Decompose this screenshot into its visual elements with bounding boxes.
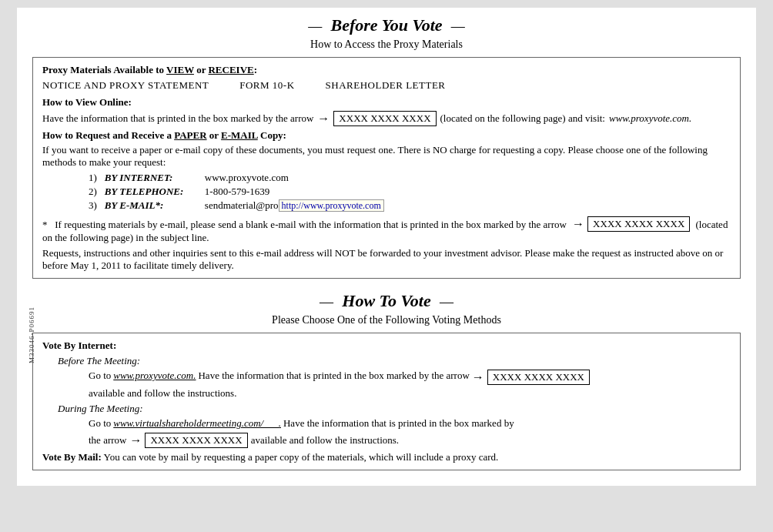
page-wrapper: M33046-P06691 — Before You Vote — How to…	[17, 8, 756, 486]
view-url: www.proxyvote.com.	[609, 112, 691, 125]
method-internet: 1) BY INTERNET: www.proxyvote.com	[89, 172, 731, 184]
section1-title-area: — Before You Vote —	[32, 15, 741, 35]
view-online-line: Have the information that is printed in …	[42, 111, 731, 126]
section2-title-area: — How To Vote —	[32, 291, 741, 311]
view-text: VIEW	[166, 64, 194, 75]
view-text2: (located on the following page) and visi…	[440, 112, 605, 125]
receive-text: RECEIVE	[208, 64, 253, 75]
right-arrow-icon: →	[317, 112, 330, 125]
footnote-code-box: XXXX XXXX XXXX	[587, 216, 690, 232]
method-num-3: 3)	[89, 199, 97, 212]
footnote-arrow-icon: →	[572, 217, 584, 231]
section1-subtitle: How to Access the Proxy Materials	[32, 38, 741, 51]
before-meeting-label: Before The Meeting:	[58, 355, 731, 367]
go-to-text2: Have the information that is printed in …	[283, 417, 514, 430]
go-to-label1: Go to	[89, 370, 111, 382]
view-code-box: XXXX XXXX XXXX	[333, 111, 436, 126]
method-label-email: BY E-MAIL*:	[105, 199, 197, 212]
email-underline: E-MAIL	[221, 129, 258, 141]
how-to-request-label: How to Request and Receive a PAPER or E-…	[42, 129, 731, 142]
method-num-1: 1)	[89, 172, 97, 184]
vote-by-mail-line: Vote By Mail: You can vote by mail by re…	[42, 451, 731, 463]
how-to-vote-box: Vote By Internet: Before The Meeting: Go…	[32, 333, 741, 470]
method-value-telephone: 1-800-579-1639	[205, 186, 270, 198]
vote-mail-text: You can vote by mail by requesting a pap…	[104, 451, 499, 463]
dash2: —	[451, 18, 465, 34]
footnote-text3: Requests, instructions and other inquiri…	[42, 247, 731, 272]
footnote-line1: * If requesting materials by e-mail, ple…	[42, 216, 731, 244]
go-to-code-box1: XXXX XXXX XXXX	[487, 370, 590, 385]
method-value-email: sendmaterial@prohttp://www.proxyvote.com	[205, 199, 384, 212]
methods-list: 1) BY INTERNET: www.proxyvote.com 2) BY …	[89, 172, 731, 212]
doc-types-row: NOTICE AND PROXY STATEMENT FORM 10-K SHA…	[42, 79, 731, 92]
go-to-text2b: the arrow	[89, 434, 126, 447]
proxy-header: Proxy Materials Available to VIEW or REC…	[42, 64, 731, 76]
footnote-arrow-code: → XXXX XXXX XXXX	[572, 216, 690, 232]
side-label: M33046-P06691	[28, 306, 35, 363]
method-email: 3) BY E-MAIL*: sendmaterial@prohttp://ww…	[89, 199, 731, 212]
dash1: —	[308, 18, 322, 34]
method-value-internet: www.proxyvote.com	[205, 172, 289, 184]
go-to-url1: www.proxyvote.com.	[113, 370, 196, 382]
method-label-internet: BY INTERNET:	[105, 172, 197, 184]
method-label-telephone: BY TELEPHONE:	[105, 186, 197, 198]
method-num-2: 2)	[89, 186, 97, 198]
footnote-section: * If requesting materials by e-mail, ple…	[42, 216, 731, 272]
go-to-arrow-icon2: →	[129, 433, 142, 447]
vote-internet-label: Vote By Internet:	[42, 340, 731, 352]
go-to-text1b: available and follow the instructions.	[89, 387, 236, 400]
section2-subtitle: Please Choose One of the Following Votin…	[32, 314, 741, 326]
section2-dash2: —	[440, 294, 453, 309]
section2-dash1: —	[320, 294, 333, 309]
tooltip-url: http://www.proxyvote.com	[279, 199, 384, 212]
go-to-url2: www.virtualshareholdermeeting.com/___.	[113, 417, 281, 430]
footnote-text1: If requesting materials by e-mail, pleas…	[55, 219, 567, 230]
go-to-arrow-line2: the arrow → XXXX XXXX XXXX available and…	[89, 433, 731, 448]
how-to-vote-title: How To Vote	[342, 291, 430, 310]
footnote-star: *	[42, 219, 48, 230]
go-to-label2: Go to	[89, 417, 111, 430]
paper-underline: PAPER	[174, 129, 206, 141]
go-to-text1: Have the information that is printed in …	[198, 370, 469, 382]
go-to-line1: Go to www.proxyvote.com. Have the inform…	[89, 370, 731, 400]
method-telephone: 2) BY TELEPHONE: 1-800-579-1639	[89, 186, 731, 198]
request-text: If you want to receive a paper or e-mail…	[42, 144, 731, 169]
how-to-view-label: How to View Online:	[42, 96, 731, 109]
before-you-vote-title: Before You Vote	[330, 15, 442, 35]
vote-mail-bold: Vote By Mail:	[42, 451, 102, 463]
go-to-arrow-icon1: →	[472, 370, 484, 384]
proxy-materials-box: Proxy Materials Available to VIEW or REC…	[32, 57, 741, 279]
go-to-line2: Go to www.virtualshareholdermeeting.com/…	[89, 417, 731, 430]
doc-type-shareholder: SHAREHOLDER LETTER	[326, 79, 446, 92]
go-to-code-box2: XXXX XXXX XXXX	[145, 433, 247, 448]
during-meeting-label: During The Meeting:	[58, 403, 731, 415]
view-text1: Have the information that is printed in …	[42, 112, 313, 125]
go-to-text2c: available and follow the instructions.	[251, 434, 399, 447]
doc-type-notice: NOTICE AND PROXY STATEMENT	[42, 79, 209, 92]
go-to-arrow-code1: → XXXX XXXX XXXX	[472, 370, 590, 385]
doc-type-form: FORM 10-K	[239, 79, 294, 92]
